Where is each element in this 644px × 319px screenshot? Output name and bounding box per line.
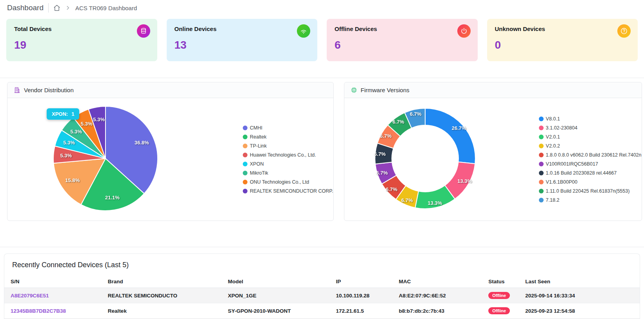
column-header: Model <box>222 275 329 288</box>
vendor-legend: CMHIRealtekTP-LinkHuawei Technologies Co… <box>243 125 333 194</box>
firmware-versions-panel: Firmware Versions 26.7%13.3%13.3%6.7%6.7… <box>344 82 642 221</box>
legend-item[interactable]: ONU Technologies Co., Ltd <box>243 179 333 185</box>
legend-dot <box>539 144 544 148</box>
legend-item[interactable]: V1.6.1B00P00 <box>539 179 642 185</box>
legend-item[interactable]: Huawei Technologies Co., Ltd. <box>243 152 333 158</box>
legend-label: V2.0.1 <box>546 134 560 140</box>
home-icon[interactable] <box>53 4 60 11</box>
chart-tooltip: XPON: 1 <box>47 108 79 120</box>
device-brand: Realtek <box>102 303 222 319</box>
vendor-panel-title: Vendor Distribution <box>24 87 74 93</box>
legend-label: Huawei Technologies Co., Ltd. <box>250 152 316 158</box>
slice-data-label: 5.3% <box>71 129 82 135</box>
slice-data-label: 5.3% <box>81 121 93 127</box>
device-sn-link[interactable]: 12345B8B7DB2C7B38 <box>11 308 66 314</box>
slice-data-label: 6.7% <box>392 119 404 125</box>
slice-data-label: 6.7% <box>386 186 397 192</box>
legend-dot <box>243 162 247 166</box>
tooltip-value: 1 <box>71 111 74 117</box>
legend-label: V1.6.1B00P00 <box>546 179 578 185</box>
tooltip-label: XPON: <box>52 111 68 117</box>
legend-item[interactable]: 1.11.0 Build 220425 Rel.61837n(5553) <box>539 188 642 194</box>
legend-item[interactable]: 7.18.2 <box>539 197 642 203</box>
legend-item[interactable]: XPON <box>243 161 333 167</box>
legend-item[interactable]: V2.0.1 <box>539 134 642 140</box>
firmware-legend: V8.0.13.1.02-230804V2.0.1V2.0.21.8.0 0.8… <box>539 116 642 203</box>
status-badge: Offline <box>488 292 510 299</box>
status-badge: Offline <box>488 307 510 314</box>
table-row: A8E2079C6E51REALTEK SEMICONDUCTOXPON_1GE… <box>4 288 640 303</box>
power-icon <box>457 24 471 38</box>
legend-dot <box>539 180 544 184</box>
legend-item[interactable]: REALTEK SEMICONDUCTOR CORP. <box>243 188 333 194</box>
legend-item[interactable]: CMHI <box>243 125 333 131</box>
device-sn-link[interactable]: A8E2079C6E51 <box>11 293 49 299</box>
section-divider <box>0 247 644 247</box>
legend-dot <box>539 189 544 193</box>
slice-data-label: 26.7% <box>451 125 466 131</box>
device-mac: A8:E2:07:9C:6E:52 <box>393 288 482 303</box>
wifi-icon <box>297 24 310 38</box>
column-header: S/N <box>4 275 102 288</box>
slice-data-label: 6.7% <box>380 133 391 139</box>
legend-label: V100R001IRQC56B017 <box>546 161 598 167</box>
slice-data-label: 6.7% <box>410 111 422 117</box>
legend-dot <box>243 153 247 157</box>
table-header-row: S/NBrandModelIPMACStatusLast Seen <box>4 275 640 288</box>
slice-data-label: 6.7% <box>376 170 388 176</box>
legend-item[interactable]: TP-Link <box>243 143 333 149</box>
column-header: Status <box>482 275 519 288</box>
column-header: MAC <box>393 275 482 288</box>
legend-dot <box>539 162 544 166</box>
stat-card-value: 19 <box>14 39 149 51</box>
device-model: SY-GPON-2010-WADONT <box>222 303 329 319</box>
device-last-seen: 2025-09-23 12:54:58 <box>519 303 640 319</box>
slice-data-label: 6.7% <box>401 197 413 203</box>
legend-label: CMHI <box>250 125 262 131</box>
recent-devices-table: S/NBrandModelIPMACStatusLast Seen A8E207… <box>4 275 640 319</box>
legend-item[interactable]: V8.0.1 <box>539 116 642 122</box>
legend-item[interactable]: V2.0.2 <box>539 143 642 149</box>
stats-grid: Total Devices19Online Devices13Offline D… <box>6 19 638 61</box>
legend-dot <box>539 171 544 175</box>
legend-label: 3.1.02-230804 <box>546 125 578 131</box>
slice-data-label: 5.3% <box>60 153 72 159</box>
legend-label: Realtek <box>250 134 266 140</box>
legend-item[interactable]: MikroTik <box>243 170 333 176</box>
legend-dot <box>243 171 247 175</box>
legend-label: TP-Link <box>250 143 267 149</box>
slice-data-label: 5.3% <box>63 140 75 146</box>
stat-card-title: Unknown Devices <box>495 26 630 32</box>
legend-label: 7.18.2 <box>546 197 560 203</box>
vendor-distribution-panel: Vendor Distribution XPON: 1 36.8%21.1%15… <box>7 82 334 221</box>
stat-card-value: 13 <box>175 39 310 51</box>
legend-dot <box>539 126 544 130</box>
legend-item[interactable]: 3.1.02-230804 <box>539 125 642 131</box>
slice-data-label: 5.3% <box>93 117 105 122</box>
legend-label: V2.0.2 <box>546 143 560 149</box>
legend-dot <box>539 198 544 202</box>
breadcrumb-current: ACS TR069 Dashboard <box>75 5 137 11</box>
legend-dot <box>243 144 247 148</box>
breadcrumb: Dashboard ACS TR069 Dashboard <box>0 0 644 16</box>
legend-label: REALTEK SEMICONDUCTOR CORP. <box>250 188 333 194</box>
pie-slice-V8.0.1[interactable] <box>425 108 475 164</box>
column-header: Brand <box>102 275 222 288</box>
legend-label: 1.8.0 0.8.0 v6062.0 Build 230612 Rel.740… <box>546 152 642 158</box>
chevron-right-icon <box>65 5 71 11</box>
legend-item[interactable]: V100R001IRQC56B017 <box>539 161 642 167</box>
device-mac: b8:b7:db:2c:7b:43 <box>393 303 482 319</box>
slice-data-label: 21.1% <box>105 195 120 201</box>
device-ip: 172.21.61.5 <box>329 303 392 319</box>
legend-dot <box>243 180 247 184</box>
vendor-panel-body: XPON: 1 36.8%21.1%15.8%5.3%5.3%5.3%5.3%5… <box>7 98 333 221</box>
legend-item[interactable]: 1.8.0 0.8.0 v6062.0 Build 230612 Rel.740… <box>539 152 642 158</box>
firmware-donut-chart: 26.7%13.3%13.3%6.7%6.7%6.7%6.7%6.7%6.7%6… <box>370 104 480 215</box>
building-icon <box>14 87 20 93</box>
legend-dot <box>243 126 247 130</box>
legend-item[interactable]: Realtek <box>243 134 333 140</box>
legend-item[interactable]: 1.0.16 Build 20230828 rel.44667 <box>539 170 642 176</box>
legend-label: 1.0.16 Build 20230828 rel.44667 <box>546 170 617 176</box>
legend-dot <box>243 135 247 139</box>
stat-card-title: Total Devices <box>14 26 149 32</box>
